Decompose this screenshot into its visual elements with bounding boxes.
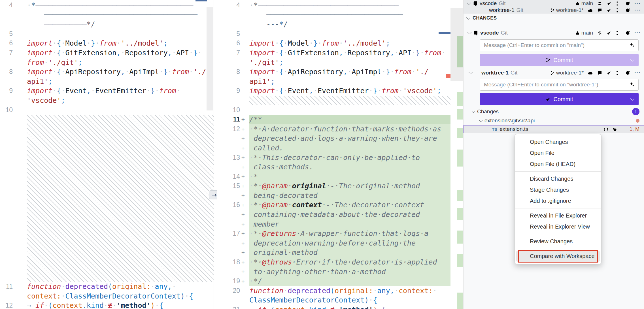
menu-item-open-file-head[interactable]: Open File (HEAD) [516, 159, 600, 170]
chevron-down-icon [466, 16, 470, 20]
more-actions-icon[interactable]: ··· [634, 7, 641, 13]
file-status-badge: 1, M [630, 126, 639, 132]
section-title: CHANGES [473, 15, 497, 21]
menu-item-discard-changes[interactable]: Discard Changes [516, 173, 600, 184]
sync-icon[interactable] [597, 30, 602, 36]
group-name: worktree-1 [481, 70, 509, 76]
commit-message-input-main[interactable] [480, 39, 639, 51]
sync-icon[interactable] [597, 1, 602, 6]
branch-label[interactable]: main [581, 0, 593, 7]
overview-added-mark [457, 128, 463, 138]
menu-separator [515, 249, 601, 249]
menu-item-reveal-in-file-explorer[interactable]: Reveal in File Explorer [516, 210, 600, 221]
refresh-icon[interactable] [625, 8, 630, 13]
commit-check-icon[interactable] [606, 1, 612, 6]
overview-modified-mark-right [439, 32, 450, 34]
menu-separator [515, 208, 601, 208]
changes-section-header[interactable]: CHANGES [464, 14, 644, 22]
more-actions-icon[interactable]: ··· [634, 70, 641, 76]
create-branch-icon[interactable] [616, 30, 621, 36]
commit-check-icon[interactable] [606, 70, 612, 76]
repo-row-worktree[interactable]: worktree-1 Git worktree-1* ··· [464, 7, 644, 14]
overview-modified-mark-left [195, 0, 207, 1]
chevron-down-icon[interactable] [467, 30, 471, 34]
branch-label[interactable]: worktree-1* [556, 70, 584, 76]
modified-code: 4·*─────────────────────────────────────… [217, 1, 450, 309]
more-actions-icon[interactable]: ··· [634, 0, 641, 7]
folder-path-label: extensions\git\src\api [484, 118, 535, 124]
create-branch-icon[interactable] [616, 70, 621, 76]
changes-label: Changes [477, 108, 499, 115]
stage-changes-icon[interactable] [621, 127, 626, 132]
commit-button-worktree[interactable]: Commit [480, 93, 639, 105]
modified-dot-icon [636, 119, 639, 123]
code-comment-icon[interactable] [597, 8, 602, 13]
tree-item-changes[interactable]: Changes 1 [464, 108, 644, 116]
cloud-upload-icon[interactable] [588, 8, 593, 13]
vscode-window: 4·*─────────────────────────────────────… [0, 0, 644, 309]
discard-changes-icon[interactable] [612, 127, 617, 132]
commit-message-input-worktree[interactable] [480, 79, 639, 91]
menu-item-add-to-gitignore[interactable]: Add to .gitignore [516, 195, 600, 206]
lock-icon [575, 1, 580, 6]
git-commit-icon [545, 57, 551, 63]
group-header-worktree[interactable]: worktree-1 Git worktree-1* ··· [464, 69, 644, 77]
diff-editor-modified[interactable]: 4·*─────────────────────────────────────… [217, 0, 463, 309]
menu-item-label: Compare with Workspace [530, 253, 595, 259]
chevron-down-icon [630, 57, 634, 61]
menu-item-review-changes[interactable]: Review Changes [516, 236, 600, 247]
menu-item-open-changes[interactable]: Open Changes [516, 137, 600, 148]
worktree-icon [482, 8, 487, 13]
cloud-upload-icon[interactable] [588, 70, 593, 76]
overview-added-mark [457, 36, 463, 67]
menu-separator [515, 171, 601, 172]
menu-item-open-file[interactable]: Open File [516, 148, 600, 159]
create-branch-icon[interactable] [616, 1, 621, 6]
more-actions-icon[interactable]: ··· [634, 30, 641, 36]
branch-label[interactable]: worktree-1* [556, 7, 584, 13]
code-comment-icon[interactable] [597, 70, 602, 76]
menu-item-stage-changes[interactable]: Stage Changes [516, 184, 600, 195]
overview-deleted-mark [446, 74, 450, 78]
menu-item-reveal-in-explorer-view[interactable]: Reveal in Explorer View [516, 221, 600, 232]
repo-icon [472, 1, 478, 6]
repo-row-vscode[interactable]: vscode Git main ··· [464, 0, 644, 7]
original-code: 4·*─────────────────────────────────────… [0, 1, 214, 309]
chevron-down-icon[interactable] [469, 70, 473, 74]
commit-button-main-disabled[interactable]: Commit [480, 54, 639, 66]
tree-item-file-extension-ts[interactable]: TS extension.ts 1, M [464, 125, 644, 133]
refresh-icon[interactable] [625, 70, 630, 76]
commit-check-icon[interactable] [606, 8, 612, 13]
chevron-down-icon[interactable] [479, 118, 483, 122]
create-branch-icon[interactable] [616, 8, 621, 13]
tree-item-folder[interactable]: extensions\git\src\api [464, 117, 644, 125]
sparkle-icon[interactable] [629, 42, 635, 48]
changes-count-badge: 1 [632, 108, 639, 115]
group-name: vscode [480, 30, 499, 36]
branch-label[interactable]: main [581, 30, 593, 36]
commit-dropdown[interactable] [626, 54, 639, 66]
chevron-down-icon[interactable] [467, 1, 471, 5]
group-header-vscode[interactable]: vscode Git main ··· [464, 29, 644, 37]
sparkle-icon[interactable] [629, 82, 635, 87]
commit-dropdown[interactable] [626, 93, 639, 105]
lock-icon [575, 31, 580, 35]
file-name-label: extension.ts [500, 126, 528, 132]
repo-type-label: Git [517, 7, 523, 13]
right-arrow-icon: → [212, 191, 217, 199]
overview-added-mark [457, 109, 463, 120]
diff-editor-sash[interactable] [214, 0, 214, 309]
refresh-icon[interactable] [625, 1, 630, 6]
diff-editor-original[interactable]: 4·*─────────────────────────────────────… [0, 0, 214, 309]
refresh-icon[interactable] [625, 30, 630, 36]
chevron-down-icon[interactable] [471, 109, 475, 113]
menu-item-compare-with-workspace[interactable]: Compare with Workspace [516, 251, 600, 262]
scrollbar-slider-left[interactable] [207, 7, 213, 110]
git-branch-icon [550, 71, 555, 75]
source-control-panel: vscode Git main ··· worktree-1 Git workt… [463, 0, 644, 309]
open-changes-icon[interactable] [603, 127, 609, 132]
commit-check-icon[interactable] [606, 30, 612, 36]
overview-added-mark [457, 190, 463, 201]
overview-added-mark [457, 231, 463, 244]
group-type-label: Git [511, 70, 517, 76]
